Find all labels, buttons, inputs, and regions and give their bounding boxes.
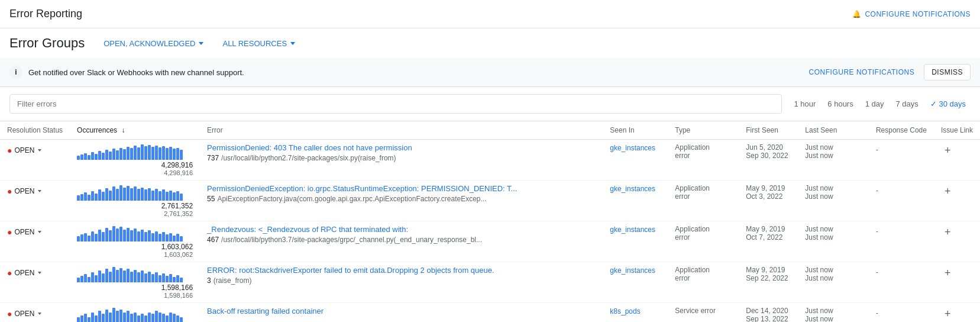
type-cell: Applicationerror bbox=[668, 140, 739, 181]
add-issue-button[interactable]: + bbox=[941, 266, 955, 281]
occurrences-chart bbox=[77, 307, 193, 322]
time-30days-button[interactable]: 30 days bbox=[926, 96, 971, 112]
banner-right: CONFIGURE NOTIFICATIONS DISMISS bbox=[804, 64, 971, 80]
seen-in-link[interactable]: k8s_pods bbox=[610, 307, 640, 315]
bar-segment bbox=[159, 147, 161, 160]
time-7days-button[interactable]: 7 days bbox=[891, 96, 923, 112]
first-seen-cell: May 9, 2019 Oct 7, 2022 bbox=[739, 221, 798, 262]
configure-notifications-banner-button[interactable]: CONFIGURE NOTIFICATIONS bbox=[804, 65, 920, 80]
error-trace: 3(raise_from) bbox=[207, 276, 251, 285]
col-header-type: Type bbox=[668, 121, 739, 140]
seen-in-link[interactable]: gke_instances bbox=[610, 185, 655, 193]
seen-in-link[interactable]: gke_instances bbox=[610, 266, 655, 275]
bar-segment bbox=[141, 314, 144, 322]
status-label: OPEN bbox=[14, 146, 34, 154]
bar-segment bbox=[119, 148, 122, 160]
bar-segment bbox=[88, 277, 90, 282]
bar-segment bbox=[176, 234, 179, 242]
seen-in-cell: gke_instances bbox=[603, 262, 668, 303]
time-1day-button[interactable]: 1 day bbox=[861, 96, 889, 112]
occurrences-sub-count: 4,298,916 bbox=[77, 169, 193, 176]
error-type: Applicationerror bbox=[675, 225, 732, 242]
bar-segment bbox=[137, 189, 140, 201]
filter-errors-input[interactable] bbox=[9, 94, 782, 114]
bar-segment bbox=[137, 147, 140, 160]
bar-segment bbox=[105, 269, 108, 282]
status-chevron-icon[interactable] bbox=[38, 149, 41, 152]
error-status-icon: ● bbox=[7, 186, 12, 196]
first-seen-date: May 9, 2019 bbox=[746, 266, 791, 274]
add-issue-button[interactable]: + bbox=[941, 184, 955, 199]
page-header: Error Groups OPEN, ACKNOWLEDGED ALL RESO… bbox=[0, 28, 980, 58]
first-seen-date: May 9, 2019 bbox=[746, 184, 791, 192]
error-title-link[interactable]: PermissionDenied: 403 The caller does no… bbox=[207, 143, 596, 152]
bar-segment bbox=[127, 311, 130, 322]
resources-filter-button[interactable]: ALL RESOURCES bbox=[218, 37, 300, 50]
error-type: Applicationerror bbox=[675, 184, 732, 201]
bar-segment bbox=[141, 144, 144, 160]
status-chevron-icon[interactable] bbox=[38, 190, 41, 192]
bar-segment bbox=[116, 189, 119, 201]
bar-segment bbox=[80, 315, 83, 322]
response-code-cell: - bbox=[869, 140, 934, 181]
table-row: ● OPEN 318,792 318,792 Back-off restarti… bbox=[0, 303, 980, 323]
add-issue-button[interactable]: + bbox=[941, 143, 955, 158]
bar-segment bbox=[116, 228, 119, 242]
error-title-link[interactable]: _Rendezvous: <_Rendezvous of RPC that te… bbox=[207, 225, 596, 234]
dismiss-button[interactable]: DISMISS bbox=[924, 64, 971, 80]
time-1hour-button[interactable]: 1 hour bbox=[789, 96, 820, 112]
bar-segment bbox=[148, 230, 151, 242]
chevron-down-icon bbox=[290, 42, 295, 45]
configure-notifications-top-button[interactable]: 🔔 CONFIGURE NOTIFICATIONS bbox=[852, 10, 971, 18]
status-chevron-icon[interactable] bbox=[38, 272, 41, 274]
seen-in-link[interactable]: gke_instances bbox=[610, 226, 655, 234]
add-issue-button[interactable]: + bbox=[941, 307, 955, 321]
bar-segment bbox=[173, 149, 176, 160]
issue-link-cell: + bbox=[934, 140, 980, 181]
error-trace: 55ApiExceptionFactory.java(com.google.ap… bbox=[207, 195, 486, 203]
bar-segment bbox=[116, 150, 119, 160]
bar-segment bbox=[84, 192, 87, 201]
first-seen-date: Jun 5, 2020 bbox=[746, 143, 791, 152]
occurrences-sub-count: 1,598,166 bbox=[77, 292, 193, 299]
bar-segment bbox=[130, 272, 133, 282]
col-header-seen-in: Seen In bbox=[603, 121, 668, 140]
seen-in-link[interactable]: gke_instances bbox=[610, 144, 655, 152]
type-cell: Service error bbox=[668, 303, 739, 323]
first-seen-sub-date: Oct 3, 2022 bbox=[746, 192, 791, 201]
occurrences-sub-count: 1,603,062 bbox=[77, 251, 193, 258]
error-title-link[interactable]: ERROR: root:StackdriverExporter failed t… bbox=[207, 266, 596, 275]
bar-segment bbox=[159, 191, 161, 201]
bar-segment bbox=[166, 315, 169, 322]
chevron-down-icon bbox=[199, 42, 203, 45]
seen-in-cell: k8s_pods bbox=[603, 303, 668, 323]
bar-segment bbox=[109, 230, 112, 242]
issue-link-cell: + bbox=[934, 303, 980, 323]
bar-segment bbox=[159, 275, 161, 282]
sort-down-icon: ↓ bbox=[121, 126, 125, 134]
bar-segment bbox=[130, 314, 133, 322]
status-filter-button[interactable]: OPEN, ACKNOWLEDGED bbox=[99, 37, 208, 50]
time-6hours-button[interactable]: 6 hours bbox=[823, 96, 858, 112]
error-title-link[interactable]: PermissionDeniedException: io.grpc.Statu… bbox=[207, 184, 596, 193]
add-issue-button[interactable]: + bbox=[941, 225, 955, 240]
bar-segment bbox=[134, 146, 137, 160]
col-header-occurrences[interactable]: Occurrences ↓ bbox=[70, 121, 200, 140]
bar-segment bbox=[176, 275, 179, 282]
error-title-link[interactable]: Back-off restarting failed container bbox=[207, 307, 596, 315]
first-seen-sub-date: Sep 30, 2022 bbox=[746, 152, 791, 160]
first-seen-cell: Dec 14, 2020 Sep 13, 2022 bbox=[739, 303, 798, 323]
issue-link-cell: + bbox=[934, 262, 980, 303]
bar-segment bbox=[155, 189, 158, 201]
col-header-error: Error bbox=[200, 121, 603, 140]
last-seen-cell: Just now Just now bbox=[798, 140, 869, 181]
bar-segment bbox=[162, 189, 165, 201]
bell-icon: 🔔 bbox=[852, 10, 862, 18]
bar-segment bbox=[95, 234, 98, 242]
status-chevron-icon[interactable] bbox=[38, 231, 41, 233]
status-chevron-icon[interactable] bbox=[38, 313, 41, 315]
bar-segment bbox=[141, 188, 144, 201]
bar-segment bbox=[98, 311, 101, 322]
bar-segment bbox=[84, 233, 87, 242]
bar-segment bbox=[148, 313, 151, 322]
